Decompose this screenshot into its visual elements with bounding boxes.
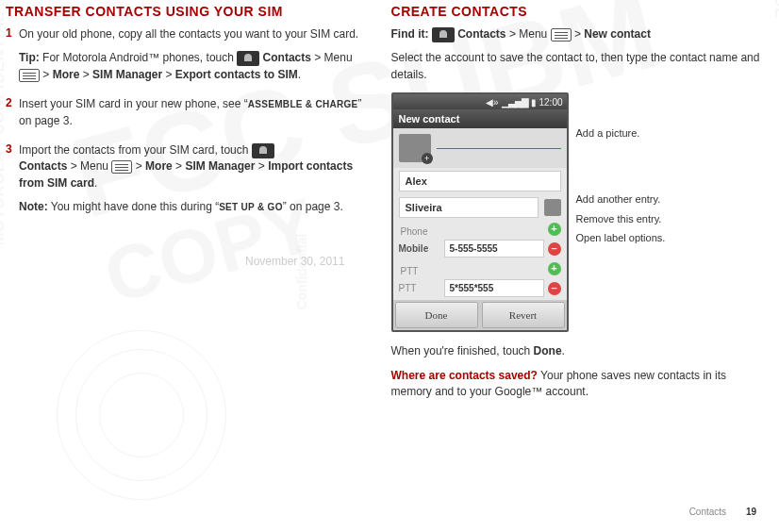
assemble-charge-ref: ASSEMBLE & CHARGE: [248, 99, 358, 109]
gt: >: [40, 68, 53, 81]
gt: >: [572, 27, 585, 41]
ptt-section-label: PTT: [393, 260, 426, 276]
status-bar: ◀» ▁▃▅▇ ▮ 12:00: [393, 94, 567, 109]
expand-name-chevron-icon[interactable]: [544, 199, 561, 216]
finished-text: When you're finished, touch Done.: [391, 343, 766, 359]
done-button[interactable]: Done: [395, 302, 478, 328]
page-footer: Contacts 19: [689, 507, 756, 517]
contacts-label: Contacts: [259, 51, 311, 64]
step2-a: Insert your SIM card in your new phone, …: [19, 97, 248, 110]
heading-transfer: TRANSFER CONTACTS USING YOUR SIM: [6, 4, 363, 19]
step3-a: Import the contacts from your SIM card, …: [19, 143, 252, 157]
step-number: 1: [6, 26, 19, 91]
menu-icon: [111, 160, 132, 174]
ptt-value[interactable]: 5*555*555: [444, 279, 544, 297]
intro-text: Select the account to save the contact t…: [391, 50, 766, 83]
findit-label: Find it:: [391, 27, 429, 41]
findit-line: Find it: Contacts > Menu > New contact: [391, 26, 766, 42]
menu-text: > Menu: [506, 27, 551, 41]
saved-text: Where are contacts saved? Your phone sav…: [391, 368, 766, 401]
gt: >: [79, 68, 92, 81]
signal-icon: ▁▃▅▇: [502, 97, 528, 108]
sim-manager-label: SIM Manager: [92, 68, 162, 81]
step3-note: Note: You might have done this during “S…: [19, 199, 363, 215]
step3-text: Import the contacts from your SIM card, …: [19, 142, 363, 191]
first-name-field[interactable]: Alex: [399, 171, 561, 191]
callout-add-entry: Add another entry.: [576, 192, 666, 206]
step-number: 3: [6, 142, 19, 224]
callout-label-options: Open label options.: [576, 231, 666, 244]
callouts: Add a picture. Add another entry. Remove…: [576, 92, 666, 263]
step1-text: On your old phone, copy all the contacts…: [19, 26, 363, 42]
tip-label: Tip:: [19, 51, 40, 64]
remove-ptt-icon[interactable]: –: [548, 282, 561, 295]
contacts-label: Contacts: [19, 159, 67, 173]
callout-leader: [437, 148, 561, 149]
note-label: Note:: [19, 200, 48, 213]
finished-b: .: [562, 344, 565, 357]
remove-phone-icon[interactable]: –: [548, 242, 561, 256]
sim-manager-label: SIM Manager: [185, 159, 255, 173]
add-ptt-icon[interactable]: +: [548, 262, 561, 275]
revert-button[interactable]: Revert: [482, 302, 565, 328]
more-label: More: [53, 68, 80, 81]
footer-page-number: 19: [746, 507, 756, 517]
add-phone-icon[interactable]: +: [548, 223, 561, 236]
last-name-field[interactable]: Sliveira: [399, 197, 539, 218]
gt: >: [132, 159, 145, 173]
callout-add-picture: Add a picture.: [576, 126, 666, 140]
more-label: More: [145, 159, 173, 173]
export-label: Export contacts to SIM: [175, 68, 298, 81]
phone-mockup: ◀» ▁▃▅▇ ▮ 12:00 New contact Alex Sliveir…: [391, 92, 569, 332]
heading-create: CREATE CONTACTS: [391, 4, 766, 19]
step2-text: Insert your SIM card in your new phone, …: [19, 96, 363, 129]
setup-go-ref: SET UP & GO: [219, 202, 283, 212]
finished-a: When you're finished, touch: [391, 344, 534, 357]
footer-section: Contacts: [689, 507, 726, 517]
menu-icon: [19, 69, 40, 82]
mobile-label[interactable]: Mobile: [399, 243, 440, 254]
contacts-icon: [237, 51, 259, 66]
contacts-label: Contacts: [455, 27, 506, 41]
gt: >: [255, 159, 268, 173]
done-label: Done: [534, 344, 562, 357]
gt: >: [162, 68, 175, 81]
contacts-icon: [252, 143, 274, 158]
phone-section-label: Phone: [393, 221, 436, 237]
note-b: ” on page 3.: [283, 200, 343, 213]
step1-tip: Tip: For Motorola Android™ phones, touch…: [19, 50, 363, 83]
saved-question: Where are contacts saved?: [391, 369, 538, 382]
ptt-label[interactable]: PTT: [399, 283, 440, 293]
battery-icon: ▮: [531, 97, 537, 108]
mobile-value[interactable]: 5-555-5555: [444, 240, 544, 258]
note-a: You might have done this during “: [48, 200, 219, 213]
menu-text: > Menu: [67, 159, 111, 173]
gt: > Menu: [311, 51, 353, 64]
add-picture-button[interactable]: [399, 134, 431, 162]
step-number: 2: [6, 96, 19, 137]
tip-text-a: For Motorola Android™ phones, touch: [40, 51, 237, 64]
gt: >: [173, 159, 186, 173]
new-contact-label: New contact: [584, 27, 651, 41]
screen-title: New contact: [393, 109, 567, 128]
contacts-icon: [432, 27, 455, 42]
clock: 12:00: [539, 97, 563, 108]
volume-icon: ◀»: [486, 97, 499, 108]
menu-icon: [551, 28, 572, 42]
callout-remove-entry: Remove this entry.: [576, 212, 666, 225]
